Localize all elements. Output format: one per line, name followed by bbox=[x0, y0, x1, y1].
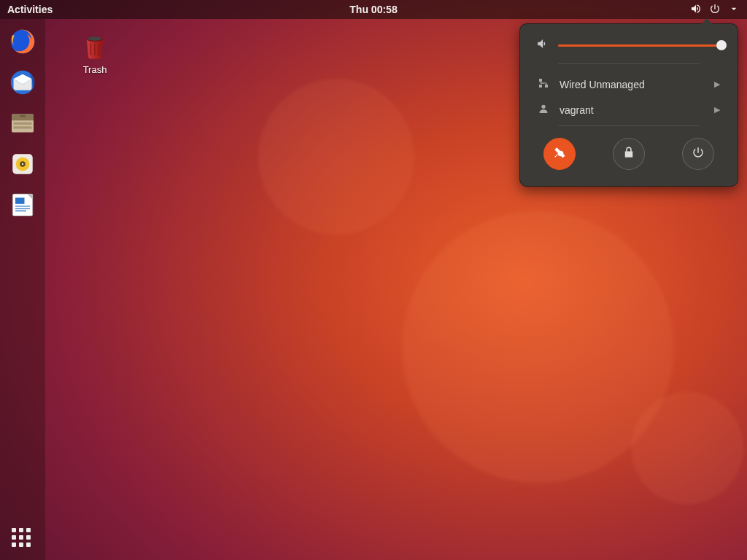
desktop-icon-label: Trash bbox=[83, 64, 107, 75]
svg-rect-22 bbox=[545, 85, 548, 88]
dock-item-thunderbird[interactable] bbox=[6, 66, 39, 99]
svg-rect-11 bbox=[12, 194, 33, 216]
svg-rect-13 bbox=[15, 206, 30, 206]
svg-rect-15 bbox=[15, 211, 26, 211]
power-icon bbox=[709, 3, 721, 17]
lock-icon bbox=[622, 146, 635, 162]
svg-rect-12 bbox=[15, 198, 25, 204]
clock[interactable]: Thu 00:58 bbox=[349, 4, 397, 15]
dock-item-firefox[interactable] bbox=[6, 25, 39, 58]
svg-rect-20 bbox=[98, 43, 99, 55]
dock-item-files[interactable] bbox=[6, 106, 39, 140]
menu-item-label: vagrant bbox=[560, 104, 594, 116]
svg-rect-21 bbox=[539, 79, 542, 82]
desktop-icon-trash[interactable]: Trash bbox=[66, 29, 124, 75]
power-icon bbox=[692, 146, 705, 162]
show-applications-button[interactable] bbox=[12, 528, 34, 550]
menu-item-network[interactable]: Wired Unmanaged ▶ bbox=[536, 71, 721, 97]
power-button[interactable] bbox=[682, 138, 714, 170]
dock bbox=[0, 19, 45, 560]
chevron-right-icon: ▶ bbox=[714, 79, 720, 89]
top-panel: Activities Thu 00:58 bbox=[0, 0, 747, 19]
status-area[interactable] bbox=[690, 3, 740, 17]
svg-point-10 bbox=[22, 163, 24, 166]
svg-rect-6 bbox=[20, 115, 26, 117]
speaker-icon bbox=[536, 37, 549, 53]
desktop-icons: Trash bbox=[66, 29, 124, 75]
svg-point-24 bbox=[541, 105, 545, 109]
network-wired-icon bbox=[538, 77, 549, 91]
svg-point-17 bbox=[88, 36, 101, 41]
settings-icon bbox=[553, 146, 566, 162]
svg-rect-4 bbox=[14, 122, 32, 125]
menu-divider bbox=[558, 63, 700, 64]
volume-slider-thumb[interactable] bbox=[716, 40, 727, 50]
svg-rect-5 bbox=[14, 126, 32, 128]
lock-button[interactable] bbox=[613, 138, 645, 170]
volume-row bbox=[536, 37, 721, 53]
chevron-down-icon bbox=[728, 3, 740, 17]
action-buttons-row bbox=[536, 133, 721, 170]
svg-rect-14 bbox=[15, 208, 30, 209]
dock-item-libreoffice-writer[interactable] bbox=[6, 188, 39, 222]
volume-slider[interactable] bbox=[558, 44, 721, 47]
svg-rect-19 bbox=[94, 43, 95, 55]
chevron-right-icon: ▶ bbox=[714, 105, 720, 114]
svg-rect-23 bbox=[539, 85, 542, 88]
activities-button[interactable]: Activities bbox=[7, 4, 53, 15]
menu-item-label: Wired Unmanaged bbox=[560, 79, 645, 90]
menu-divider bbox=[558, 125, 700, 126]
user-icon bbox=[538, 103, 549, 117]
volume-icon bbox=[690, 3, 702, 17]
svg-rect-18 bbox=[90, 43, 91, 55]
settings-button[interactable] bbox=[543, 138, 576, 170]
system-menu-popover: Wired Unmanaged ▶ vagrant ▶ bbox=[519, 23, 738, 187]
dock-item-rhythmbox[interactable] bbox=[6, 147, 39, 181]
menu-item-user[interactable]: vagrant ▶ bbox=[536, 97, 721, 122]
